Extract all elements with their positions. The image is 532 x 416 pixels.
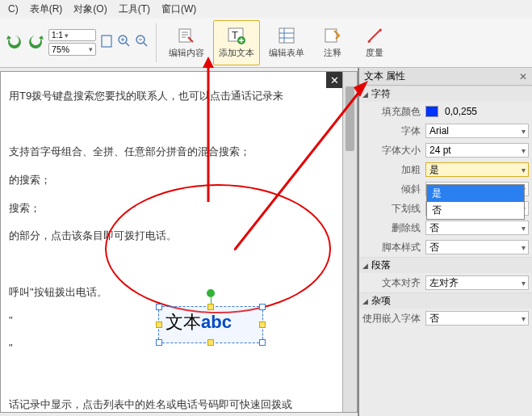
zoom-out-icon[interactable] <box>135 34 149 51</box>
resize-handle[interactable] <box>207 304 214 310</box>
menu-item[interactable]: 窗口(W) <box>157 1 201 18</box>
resize-handle[interactable] <box>259 304 266 310</box>
redo-icon[interactable] <box>26 32 45 53</box>
section-para[interactable]: ◢段落 <box>359 257 532 273</box>
resize-handle[interactable] <box>156 339 162 346</box>
close-icon[interactable]: ✕ <box>326 72 342 88</box>
measure-button[interactable]: 度量 <box>355 20 394 65</box>
text-selection-box[interactable]: 文本abc <box>158 306 263 343</box>
add-text-icon: T <box>227 26 246 45</box>
menu-bar: C) 表单(R) 对象(O) 工具(T) 窗口(W) <box>0 0 532 18</box>
resize-handle[interactable] <box>156 304 162 310</box>
strike-dropdown[interactable]: 否 <box>425 221 529 235</box>
vertical-scrollbar[interactable] <box>342 72 357 412</box>
embed-dropdown[interactable]: 否 <box>425 311 529 326</box>
svg-rect-0 <box>102 36 111 47</box>
dropdown-option[interactable]: 是 <box>427 185 524 202</box>
textbox-text: 文本 <box>165 312 201 332</box>
textbox-bold-text: abc <box>201 312 232 332</box>
menu-item[interactable]: 工具(T) <box>114 1 155 18</box>
font-dropdown[interactable]: Arial <box>425 124 529 138</box>
rotate-handle[interactable] <box>207 289 215 297</box>
bold-dropdown[interactable]: 是 <box>425 162 529 177</box>
fill-value: 0,0,255 <box>445 106 477 117</box>
menu-item[interactable]: 对象(O) <box>69 1 111 18</box>
edit-form-button[interactable]: 编辑表单 <box>263 20 310 65</box>
zoom-in-icon[interactable] <box>117 34 132 51</box>
undo-icon[interactable] <box>5 32 24 53</box>
resize-handle[interactable] <box>156 321 162 328</box>
panel-title: 文本 属性 <box>364 69 405 83</box>
page-nav[interactable]: 1:1▾ <box>48 29 96 41</box>
svg-rect-7 <box>279 28 294 43</box>
color-swatch[interactable] <box>425 106 438 117</box>
menu-item[interactable]: 表单(R) <box>25 1 68 18</box>
section-char[interactable]: ◢字符 <box>359 86 532 102</box>
panel-close-icon[interactable]: ✕ <box>519 71 527 82</box>
fit-page-icon[interactable] <box>99 34 114 51</box>
edit-content-button[interactable]: 编辑内容 <box>163 20 210 65</box>
align-dropdown[interactable]: 左对齐 <box>425 275 529 290</box>
properties-panel: 文本 属性 ✕ ◢字符 填充颜色0,0,255 字体Arial 字体大小24 p… <box>358 68 532 416</box>
resize-handle[interactable] <box>259 339 266 346</box>
resize-handle[interactable] <box>207 339 214 346</box>
add-text-button[interactable]: T 添加文本 <box>213 20 260 65</box>
scroll-thumb[interactable] <box>346 86 354 151</box>
toolbar: 1:1▾ ▾ 编辑内容 T 添加文本 编辑表单 注释 度量 <box>0 18 532 68</box>
dropdown-option[interactable]: 否 <box>427 202 524 219</box>
fontsize-dropdown[interactable]: 24 pt <box>425 143 529 158</box>
menu-item[interactable]: C) <box>3 2 23 16</box>
svg-text:T: T <box>232 29 238 41</box>
annotate-button[interactable]: 注释 <box>313 20 352 65</box>
zoom-input[interactable]: ▾ <box>48 43 96 56</box>
document-area[interactable]: ✕ 用T9拨号键盘搜索您要找的联系人，也可以点击通话记录来 支持首字母组合、全拼… <box>0 71 358 413</box>
annotate-icon <box>323 26 342 45</box>
dropdown-list[interactable]: 是 否 <box>426 184 525 220</box>
script-dropdown[interactable]: 否 <box>425 240 529 254</box>
edit-form-icon <box>277 26 296 45</box>
edit-content-icon <box>177 26 196 45</box>
measure-icon <box>365 26 384 45</box>
section-misc[interactable]: ◢杂项 <box>359 292 532 309</box>
svg-rect-3 <box>179 29 191 42</box>
resize-handle[interactable] <box>259 321 266 328</box>
document-content: 用T9拨号键盘搜索您要找的联系人，也可以点击通话记录来 支持首字母组合、全拼、任… <box>1 72 357 413</box>
